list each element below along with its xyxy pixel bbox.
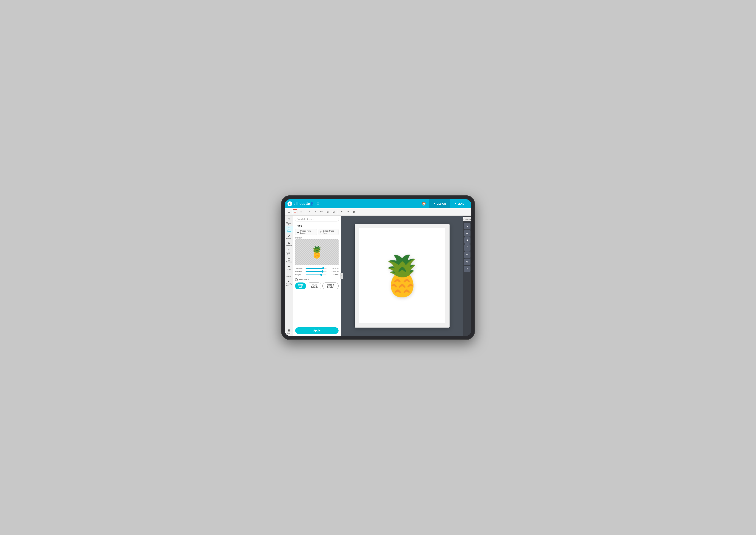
eyedropper-tool-button[interactable]: ✦ bbox=[464, 266, 471, 272]
main-content: ♡ Add Shapes ⊙ Trace ⟳ Transform A Add T… bbox=[285, 216, 471, 336]
invert-trace-label: Invert Trace bbox=[299, 278, 309, 281]
collapse-panel-arrow[interactable]: ‹ bbox=[340, 273, 343, 279]
align-icon[interactable]: ≡ bbox=[299, 210, 304, 214]
apply-button[interactable]: Apply bbox=[295, 327, 338, 334]
precision-thumb[interactable] bbox=[321, 270, 323, 272]
home-button[interactable]: 🏠 bbox=[419, 199, 429, 208]
knife-icon: ∕ bbox=[467, 246, 468, 249]
sidebar-item-replicate[interactable]: ◫ Replicate bbox=[285, 257, 293, 264]
main-pineapple-image: 🍍 bbox=[378, 256, 426, 295]
canvas-area: 🍍 bbox=[341, 216, 463, 336]
trace-panel: ‹ Trace ☁ Upload New Image ⊡ Select Trac… bbox=[293, 216, 341, 336]
sliders-section: Threshold 123456 unit Precision bbox=[293, 267, 341, 278]
header-icons: 👤 ☰ bbox=[310, 202, 319, 206]
shapes-icon: ⬡ bbox=[288, 272, 290, 276]
select-arrow-icon: ↖ bbox=[466, 225, 468, 228]
precision-track[interactable] bbox=[306, 271, 327, 272]
upload-icon: ☁ bbox=[297, 231, 299, 234]
threshold-value: 123456 unit bbox=[328, 268, 338, 269]
app-name: silhouette bbox=[293, 202, 310, 206]
sidebar-item-shapes[interactable]: ⬡ Shapes bbox=[285, 271, 293, 278]
eraser-icon: ✏ bbox=[466, 253, 468, 256]
simplify-thumb[interactable] bbox=[320, 274, 322, 276]
menu-icon[interactable]: ☰ bbox=[316, 202, 319, 206]
cross-icon[interactable]: + bbox=[313, 210, 318, 214]
select-tool-button[interactable]: ↖ bbox=[464, 223, 471, 229]
tablet-device: S silhouette 👤 ☰ 🏠 ✂ DESIGN ↗ SEND bbox=[281, 195, 475, 340]
pen-tool-icon: ✒ bbox=[466, 232, 468, 235]
simplify-value: 123456 % bbox=[328, 274, 338, 276]
send-nav-button[interactable]: ↗ SEND bbox=[450, 199, 469, 208]
apply-btn-container: Apply bbox=[293, 326, 341, 336]
sidebar-item-specialty-tools[interactable]: ★ Specialty Tools bbox=[285, 279, 293, 287]
page-setup-label: Page Setup bbox=[465, 218, 471, 220]
threshold-thumb[interactable] bbox=[322, 267, 324, 269]
trace-all-button[interactable]: Trace All bbox=[295, 282, 306, 289]
app-logo: S silhouette bbox=[287, 201, 310, 206]
upload-image-button[interactable]: ☁ Upload New Image bbox=[295, 229, 317, 235]
threshold-track[interactable] bbox=[306, 268, 327, 269]
threshold-label: Threshold bbox=[295, 268, 304, 269]
canvas-inner[interactable]: 🍍 bbox=[359, 228, 445, 323]
delete-icon[interactable]: 🗑 bbox=[352, 210, 357, 214]
sidebar-item-transform[interactable]: ⟳ Transform bbox=[285, 233, 293, 240]
design-nav-button[interactable]: ✂ DESIGN bbox=[429, 199, 450, 208]
design-icon: ✂ bbox=[433, 202, 435, 205]
pen-tool-button[interactable]: ✒ bbox=[464, 230, 471, 237]
threshold-slider-row: Threshold 123456 unit bbox=[295, 268, 338, 269]
resize-icon[interactable]: ⟺ bbox=[319, 210, 324, 214]
library-icon: ⊟ bbox=[288, 329, 290, 332]
search-input[interactable] bbox=[295, 217, 339, 221]
trace-outside-button[interactable]: Trace Outside bbox=[307, 282, 322, 289]
precision-value: 123456 unit bbox=[328, 271, 338, 272]
toolbar: ⊞ □ ≡ ∕ + ⟺ ⧉ ⊡ ↩ ↪ 🗑 bbox=[285, 208, 471, 216]
right-tools: ↖ Page Setup ↖ ✒ A ∕ ✏ bbox=[463, 216, 471, 336]
trace-actions: ☁ Upload New Image ⊡ Select Trace Area bbox=[293, 228, 341, 236]
knife-tool-button[interactable]: ∕ bbox=[464, 244, 471, 251]
redo-icon[interactable]: ↪ bbox=[346, 210, 350, 214]
pen-icon[interactable]: ∕ bbox=[307, 210, 312, 214]
select-icon: ⊡ bbox=[320, 231, 322, 234]
header-nav: 🏠 ✂ DESIGN ↗ SEND bbox=[419, 199, 469, 208]
trace-detatch-button[interactable]: Trace & Detatch bbox=[322, 282, 338, 289]
simplify-label: Simplify bbox=[295, 274, 304, 276]
eraser-tool-button[interactable]: ✏ bbox=[464, 251, 471, 258]
preview-label: Preview bbox=[293, 236, 341, 239]
sidebar-item-add-text[interactable]: A Add Text bbox=[285, 240, 293, 247]
precision-slider-row: Precision 123456 unit bbox=[295, 270, 338, 272]
sidebar-icons: ♡ Add Shapes ⊙ Trace ⟳ Transform A Add T… bbox=[285, 216, 293, 336]
trace-panel-title: Trace bbox=[293, 223, 341, 228]
replicate-icon: ◫ bbox=[287, 258, 290, 261]
search-area bbox=[293, 216, 341, 223]
eyedropper-icon: ✦ bbox=[466, 268, 468, 270]
sidebar-item-add-shapes[interactable]: ♡ Add Shapes bbox=[285, 217, 293, 225]
select-trace-area-button[interactable]: ⊡ Select Trace Area bbox=[318, 229, 338, 235]
invert-trace-checkbox[interactable] bbox=[295, 278, 298, 281]
sidebar-item-library[interactable]: ⊟ Library bbox=[285, 328, 293, 335]
duplicate-icon[interactable]: ⧉ bbox=[325, 210, 330, 214]
sidebar-item-trace[interactable]: ⊙ Trace bbox=[285, 226, 293, 233]
invert-trace-row: Invert Trace bbox=[293, 278, 341, 282]
specialty-icon: ★ bbox=[287, 279, 290, 283]
ai-tool-button[interactable]: A bbox=[464, 237, 471, 244]
transform-icon[interactable]: ⊡ bbox=[331, 210, 336, 214]
send-icon: ↗ bbox=[454, 202, 456, 205]
grid-icon[interactable]: ⊞ bbox=[286, 210, 291, 214]
user-icon[interactable]: 👤 bbox=[310, 202, 313, 206]
heart-icon: ♡ bbox=[287, 218, 290, 221]
transform-sidebar-icon: ⟳ bbox=[288, 234, 290, 238]
trace-icon: ⊙ bbox=[288, 227, 290, 230]
ai-tool-icon: A bbox=[466, 239, 468, 242]
sidebar-item-offset[interactable]: ✦ Offset bbox=[285, 264, 293, 271]
undo-icon[interactable]: ↩ bbox=[339, 210, 344, 214]
rotate-icon: ↺ bbox=[466, 260, 468, 263]
print-icon: ⬚ bbox=[287, 249, 290, 252]
rotate-tool-button[interactable]: ↺ bbox=[464, 259, 471, 265]
preview-pineapple-image: 🍍 bbox=[310, 247, 324, 258]
rect-icon[interactable]: □ bbox=[293, 210, 297, 214]
logo-icon: S bbox=[287, 201, 292, 206]
simplify-track[interactable] bbox=[306, 274, 327, 275]
text-icon: A bbox=[288, 241, 290, 245]
simplify-slider-row: Simplify 123456 % bbox=[295, 274, 338, 276]
sidebar-item-print-cut[interactable]: ⬚ Print & Cut bbox=[285, 248, 293, 256]
